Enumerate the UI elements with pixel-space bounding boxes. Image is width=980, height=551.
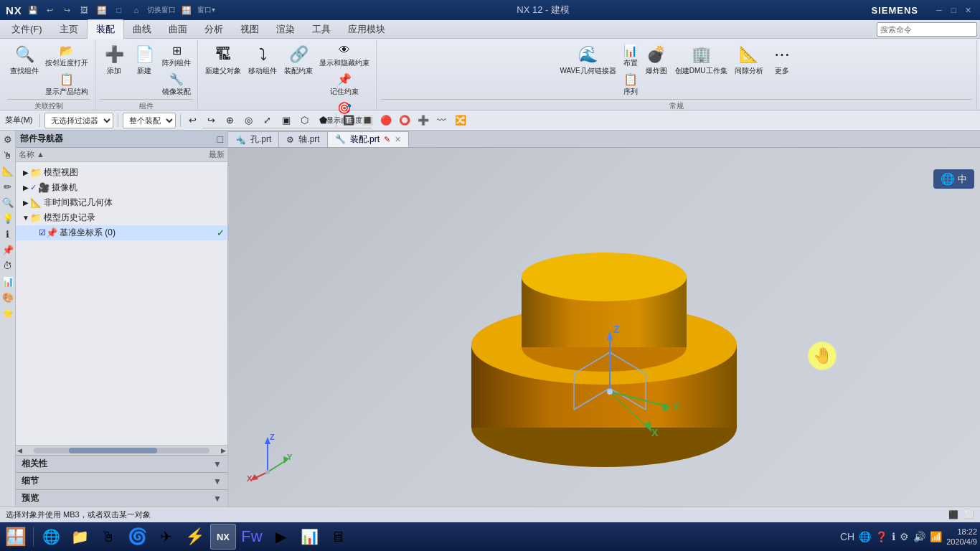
network2-icon[interactable]: 📶 [930, 531, 942, 542]
side-tool-9[interactable]: 📊 [1, 274, 15, 288]
toolbar-icon2[interactable]: 🪟 [95, 4, 108, 17]
nav-row-model-views[interactable]: ▶ 📁 模型视图 [16, 165, 227, 180]
more-button[interactable]: ⋯ 更多 [768, 42, 796, 77]
taskbar-monitor[interactable]: 🖥 [325, 524, 351, 550]
command-search[interactable] [877, 22, 977, 37]
tab-home[interactable]: 主页 [51, 20, 87, 39]
show-hide-constraint-button[interactable]: 👁 显示和隐藏约束 [317, 42, 372, 69]
scroll-left-arrow[interactable]: ◀ [17, 447, 22, 454]
tab-tools[interactable]: 工具 [303, 20, 339, 39]
tab-assembly[interactable]: 装配 [87, 19, 124, 39]
nav-row-datum[interactable]: ☑ 📌 基准坐标系 (0) ✓ [16, 225, 227, 240]
close-button[interactable]: ✕ [961, 4, 974, 17]
expand-model-views[interactable]: ▶ [22, 169, 30, 176]
side-tool-7[interactable]: 📌 [1, 242, 15, 257]
side-tool-2[interactable]: 📐 [1, 164, 15, 178]
side-tool-10[interactable]: 🎨 [1, 290, 15, 304]
tab-app[interactable]: 应用模块 [339, 20, 394, 39]
toolbar-icon4[interactable]: ⌂ [130, 4, 143, 17]
minimize-button[interactable]: ─ [933, 4, 946, 17]
new-component-button[interactable]: 📄 新建 [130, 42, 159, 77]
snap-btn-1[interactable]: ↩ [185, 113, 201, 128]
taskbar-chrome[interactable]: 🌀 [124, 524, 150, 550]
menu-button[interactable]: 菜单(M) [3, 113, 35, 128]
start-button[interactable]: 🪟 [3, 524, 29, 550]
taskbar-media[interactable]: ▶ [268, 524, 293, 550]
taskbar-fw[interactable]: Fw [239, 524, 265, 550]
nav-row-history[interactable]: ▼ 📁 模型历史记录 [16, 210, 227, 225]
gap-analysis-button[interactable]: 📐 间隙分析 [732, 42, 766, 77]
layout-button[interactable]: 📊 布置 [621, 42, 641, 69]
view-btn-5[interactable]: ➕ [415, 113, 431, 128]
lang-indicator[interactable]: CH [840, 531, 854, 542]
status-icon-2[interactable]: ⬜ [964, 510, 974, 519]
viewport[interactable]: 🔩 孔.prt ⚙ 轴.prt 🔧 装配.prt ✎ ✕ [228, 131, 980, 507]
view-btn-7[interactable]: 🔀 [453, 113, 468, 128]
nav-row-nontimestamp[interactable]: ▶ 📐 非时间戳记几何体 [16, 195, 227, 210]
tab-file[interactable]: 文件(F) [3, 20, 51, 39]
tab-analysis[interactable]: 分析 [196, 20, 232, 39]
side-tool-11[interactable]: ⭐ [1, 306, 15, 320]
nav-section-detail[interactable]: 细节 ▼ [16, 472, 227, 489]
new-parent-button[interactable]: 🏗 新建父对象 [202, 42, 244, 77]
add-component-button[interactable]: ➕ 添加 [100, 42, 128, 77]
find-component-button[interactable]: 🔍 查找组件 [7, 42, 42, 77]
tab-view[interactable]: 视图 [232, 20, 268, 39]
taskbar-telegram[interactable]: ✈ [153, 524, 179, 550]
tab-render[interactable]: 渲染 [268, 20, 303, 39]
speaker-icon[interactable]: 🔊 [913, 531, 925, 542]
move-component-button[interactable]: ⤵ 移动组件 [245, 42, 280, 77]
side-tool-6[interactable]: ℹ [1, 227, 15, 241]
tab-surface[interactable]: 曲面 [160, 20, 196, 39]
settings-icon[interactable]: ⚙ [900, 531, 909, 542]
open-nearby-button[interactable]: 📂 按邻近度打开 [43, 42, 90, 69]
tab-assembly-prt[interactable]: 🔧 装配.prt ✎ ✕ [328, 131, 409, 147]
system-clock[interactable]: 18:22 2020/4/9 [946, 527, 977, 547]
redo-icon[interactable]: ↪ [61, 4, 74, 17]
undo-icon[interactable]: ↩ [44, 4, 57, 17]
create-dmu-button[interactable]: 🏢 创建DMU工作集 [672, 42, 730, 77]
tab-shaft-prt[interactable]: ⚙ 轴.prt [279, 131, 327, 147]
side-tool-8[interactable]: ⏱ [1, 258, 15, 273]
nav-row-camera[interactable]: ▶ ✓ 🎥 摄像机 [16, 180, 227, 195]
selection-filter-dropdown[interactable]: 无选择过滤器 [44, 113, 113, 128]
toolbar-icon3[interactable]: □ [113, 4, 126, 17]
mirror-assembly-button[interactable]: 🔧 镜像装配 [160, 70, 193, 98]
help-icon[interactable]: ❓ [875, 531, 887, 542]
sequence-button[interactable]: 📋 序列 [621, 70, 641, 98]
show-product-struct-button[interactable]: 📋 显示产品结构 [43, 70, 90, 98]
taskbar-explorer[interactable]: 📁 [67, 524, 93, 550]
toolbar-icon1[interactable]: 🖼 [78, 4, 91, 17]
expand-camera[interactable]: ▶ [22, 184, 30, 192]
side-tool-settings[interactable]: ⚙ [1, 132, 15, 146]
side-tool-1[interactable]: 🖱 [1, 148, 15, 162]
save-icon[interactable]: 💾 [27, 4, 39, 17]
restore-button[interactable]: □ [947, 4, 960, 17]
tab-curve[interactable]: 曲线 [124, 20, 160, 39]
view-btn-3[interactable]: 🔴 [378, 113, 394, 128]
scroll-right-arrow[interactable]: ▶ [221, 447, 226, 454]
side-tool-4[interactable]: 🔍 [1, 195, 15, 209]
wave-link-button[interactable]: 🌊 WAVE几何链接器 [557, 42, 618, 77]
nav-scrollbar[interactable]: ◀ ▶ [16, 445, 227, 455]
3d-scene[interactable]: Z Y X 🤚 [228, 148, 980, 507]
explode-view-button[interactable]: 💣 爆炸图 [642, 42, 671, 77]
expand-history[interactable]: ▼ [22, 214, 30, 222]
nav-section-preview[interactable]: 预览 ▼ [16, 489, 227, 507]
tab-close-button[interactable]: ✕ [395, 135, 401, 144]
tab-hole-prt[interactable]: 🔩 孔.prt [228, 131, 279, 147]
taskbar-app5[interactable]: ⚡ [182, 524, 207, 550]
taskbar-excel[interactable]: 📊 [296, 524, 322, 550]
nav-section-relevance[interactable]: 相关性 ▼ [16, 455, 227, 472]
assembly-constraint-button[interactable]: 🔗 装配约束 [281, 42, 316, 77]
status-icon-1[interactable]: ⬛ [948, 510, 958, 519]
info-icon[interactable]: ℹ [892, 531, 895, 542]
taskbar-nx[interactable]: NX [210, 524, 236, 550]
view-btn-6[interactable]: 〰 [434, 113, 450, 128]
show-freedom-button[interactable]: 🎯 显示自由度 [317, 99, 372, 126]
window-icon[interactable]: 🪟 [180, 4, 193, 17]
remember-constraint-button[interactable]: 📌 记住约束 [317, 70, 372, 98]
assembly-filter-dropdown[interactable]: 整个装配 [123, 113, 176, 128]
taskbar-cursor[interactable]: 🖱 [95, 524, 121, 550]
network-icon[interactable]: 🌐 [859, 531, 871, 542]
